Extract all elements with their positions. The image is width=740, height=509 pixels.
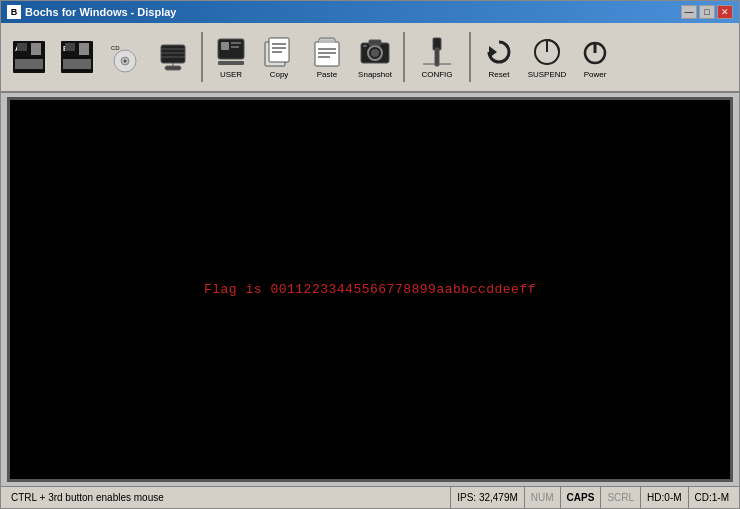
svg-point-13 [124,60,127,63]
cdrom-button[interactable]: CD [103,37,147,77]
separator-2 [403,32,405,82]
app-icon: B [7,5,21,19]
main-window: B Bochs for Windows - Display — □ ✕ A: [0,0,740,509]
svg-rect-4 [17,43,27,51]
mouse-button[interactable] [151,37,195,77]
status-bar: CTRL + 3rd button enables mouse IPS: 32,… [1,486,739,508]
close-button[interactable]: ✕ [717,5,733,19]
status-hint: CTRL + 3rd button enables mouse [5,487,451,508]
display-area[interactable]: Flag is 00112233445566778899aabbccddeeff [7,97,733,482]
svg-rect-32 [319,40,335,43]
status-ips: IPS: 32,479M [451,487,525,508]
svg-rect-22 [231,42,241,44]
suspend-icon [529,34,565,70]
reset-icon [481,34,517,70]
status-cd: CD:1-M [689,487,735,508]
copy-label: Copy [270,71,289,80]
reset-button[interactable]: Reset [477,32,521,82]
svg-rect-8 [79,43,89,55]
config-icon [419,34,455,70]
paste-icon [309,34,345,70]
svg-rect-23 [231,46,239,48]
svg-rect-24 [218,61,244,65]
restore-button[interactable]: □ [699,5,715,19]
svg-rect-2 [15,59,43,69]
status-caps: CAPS [561,487,602,508]
svg-rect-14 [161,45,185,63]
svg-rect-18 [165,66,181,70]
svg-rect-21 [221,42,229,50]
svg-rect-42 [435,48,439,66]
power-label: Power [584,71,607,80]
svg-rect-3 [31,43,41,55]
svg-text:CD: CD [111,45,120,51]
snapshot-icon [357,34,393,70]
snapshot-button[interactable]: Snapshot [353,32,397,82]
copy-icon [261,34,297,70]
separator-1 [201,32,203,82]
svg-point-38 [371,49,379,57]
svg-rect-27 [272,43,286,45]
window-controls: — □ ✕ [681,5,733,19]
reset-label: Reset [489,71,510,80]
floppy-b-button[interactable]: B: [55,37,99,77]
svg-rect-29 [272,51,282,53]
svg-rect-33 [318,48,336,50]
snapshot-label: Snapshot [358,71,392,80]
user-button[interactable]: USER [209,32,253,82]
copy-button[interactable]: Copy [257,32,301,82]
svg-rect-7 [63,59,91,69]
power-button[interactable]: Power [573,32,617,82]
mouse-icon [155,39,191,75]
flag-text: Flag is 00112233445566778899aabbccddeeff [204,282,536,297]
title-bar: B Bochs for Windows - Display — □ ✕ [1,1,739,23]
svg-marker-44 [489,46,497,58]
svg-rect-34 [318,52,336,54]
status-scrl: SCRL [601,487,641,508]
power-icon [577,34,613,70]
separator-3 [469,32,471,82]
user-label: USER [220,71,242,80]
floppy-b-icon: B: [59,39,95,75]
svg-rect-39 [369,40,381,45]
cdrom-icon: CD [107,39,143,75]
minimize-button[interactable]: — [681,5,697,19]
paste-button[interactable]: Paste [305,32,349,82]
status-num: NUM [525,487,561,508]
svg-rect-26 [269,38,289,62]
toolbar: A: B: CD [1,23,739,93]
svg-rect-9 [65,43,75,51]
window-title: Bochs for Windows - Display [25,6,681,18]
config-label: CONFIG [421,71,452,80]
suspend-label: SUSPEND [528,71,567,80]
user-icon [213,34,249,70]
floppy-a-icon: A: [11,39,47,75]
paste-label: Paste [317,71,337,80]
status-hd: HD:0-M [641,487,688,508]
svg-rect-35 [318,56,330,58]
svg-rect-40 [363,45,367,47]
floppy-a-button[interactable]: A: [7,37,51,77]
suspend-button[interactable]: SUSPEND [525,32,569,82]
config-button[interactable]: CONFIG [411,32,463,82]
svg-rect-28 [272,47,286,49]
